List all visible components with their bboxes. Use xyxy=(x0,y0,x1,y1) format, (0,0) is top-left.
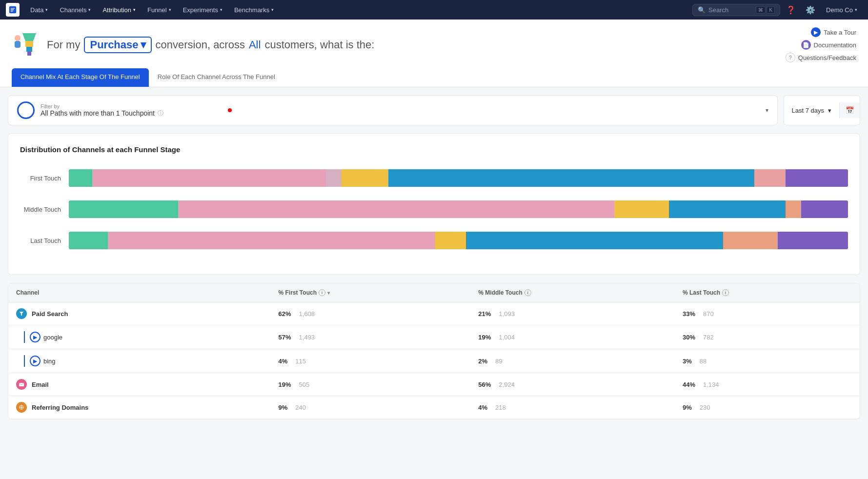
td-last-touch-referring-domains: 9% 230 xyxy=(675,396,860,419)
keyboard-shortcut-k: K xyxy=(767,6,775,14)
td-middle-touch-referring-domains: 4% 218 xyxy=(470,396,675,419)
channel-name-paid-search: Paid Search xyxy=(32,310,68,318)
bar-segment xyxy=(801,200,848,218)
chevron-down-icon: ▾ xyxy=(271,7,274,12)
chart-title: Distribution of Channels at each Funnel … xyxy=(20,145,848,154)
info-icon: i xyxy=(525,289,531,296)
th-channel: Channel xyxy=(8,283,271,302)
bar-segment xyxy=(786,169,848,187)
nav-funnel[interactable]: Funnel ▾ xyxy=(142,4,176,16)
tab-channel-role[interactable]: Role Of Each Channel Across The Funnel xyxy=(149,68,284,87)
td-first-touch-referring-domains: 9% 240 xyxy=(271,396,471,419)
tab-channel-mix[interactable]: Channel Mix At Each Stage Of The Funnel xyxy=(12,68,149,87)
chevron-down-icon: ▾ xyxy=(220,7,222,12)
search-input[interactable]: 🔍 Search ⌘ K xyxy=(692,4,780,16)
svg-rect-6 xyxy=(27,52,31,56)
bar-row-last-touch: Last Touch xyxy=(20,232,848,249)
bar-label-middle-touch: Middle Touch xyxy=(20,206,69,213)
td-first-touch-paid-search: 62% 1,608 xyxy=(271,302,471,325)
chevron-down-icon: ▾ xyxy=(141,39,146,51)
header-actions: ▶ Take a Tour 📄 Documentation ? Question… xyxy=(786,27,856,62)
bar-segment xyxy=(178,200,614,218)
filter-bar: Filter by All Paths with more than 1 Tou… xyxy=(8,95,778,125)
calendar-button[interactable]: 📅 xyxy=(839,102,860,118)
question-icon: ? xyxy=(786,53,795,62)
svg-point-1 xyxy=(15,35,20,41)
filter-info-icon: ⓘ xyxy=(158,109,163,118)
user-menu[interactable]: Demo Co ▾ xyxy=(821,4,862,16)
bar-track-middle-touch xyxy=(69,200,848,218)
channel-name-bing: bing xyxy=(43,358,56,365)
nav-data[interactable]: Data ▾ xyxy=(25,4,53,16)
nav-experiments[interactable]: Experiments ▾ xyxy=(178,4,227,16)
td-last-touch-paid-search: 33% 870 xyxy=(675,302,860,325)
bar-segment xyxy=(754,169,786,187)
table-row-google: ▶ google 57% 1,493 xyxy=(8,325,860,349)
td-channel-email: Email xyxy=(8,373,271,396)
channel-name-referring-domains: Referring Domains xyxy=(32,404,88,411)
td-middle-touch-email: 56% 2,924 xyxy=(470,373,675,396)
bar-segment xyxy=(669,200,786,218)
channel-name-google: google xyxy=(43,334,62,341)
nav-attribution[interactable]: Attribution ▾ xyxy=(98,4,141,16)
app-logo[interactable] xyxy=(6,3,20,17)
chevron-down-icon: ▾ xyxy=(828,107,831,114)
td-first-touch-bing: 4% 115 xyxy=(271,349,471,373)
table-row-email: Email 19% 505 56% 2,924 xyxy=(8,373,860,396)
bar-track-last-touch xyxy=(69,232,848,249)
bar-segment xyxy=(92,169,326,187)
stacked-bar-chart: First Touch Middle Touch xyxy=(20,169,848,249)
channel-icon-bing: ▶ xyxy=(30,356,40,366)
doc-icon: 📄 xyxy=(801,40,811,50)
indent-line xyxy=(24,355,25,367)
chevron-down-icon: ▾ xyxy=(169,7,171,12)
data-table-section: Channel % First Touch i ▾ % Middle Touch xyxy=(8,283,860,419)
chevron-down-icon: ▾ xyxy=(88,7,91,12)
settings-button[interactable]: ⚙️ xyxy=(802,3,819,17)
filter-alert-dot xyxy=(228,108,232,112)
page-header: For my Purchase ▾ conversion, across All… xyxy=(0,20,868,87)
help-button[interactable]: ❓ xyxy=(782,3,800,17)
nav-benchmarks[interactable]: Benchmarks ▾ xyxy=(229,4,279,16)
filter-expand-icon[interactable]: ▾ xyxy=(766,107,768,114)
sort-icon[interactable]: ▾ xyxy=(327,290,330,296)
take-tour-link[interactable]: ▶ Take a Tour xyxy=(811,27,856,37)
main-content: Distribution of Channels at each Funnel … xyxy=(8,133,860,419)
bar-segment xyxy=(786,200,801,218)
bar-segment xyxy=(342,169,388,187)
indent-line xyxy=(24,331,25,343)
filter-text: Filter by All Paths with more than 1 Tou… xyxy=(40,103,163,118)
bar-segment xyxy=(778,232,848,249)
td-channel-referring-domains: Referring Domains xyxy=(8,396,271,419)
documentation-link[interactable]: 📄 Documentation xyxy=(801,40,856,50)
nav-channels[interactable]: Channels ▾ xyxy=(55,4,96,16)
bar-segment xyxy=(614,200,669,218)
bar-row-first-touch: First Touch xyxy=(20,169,848,187)
page-sentence: For my Purchase ▾ conversion, across All… xyxy=(47,37,374,53)
table-row-referring-domains: Referring Domains 9% 240 4% 218 xyxy=(8,396,860,419)
bar-segment xyxy=(435,232,466,249)
feedback-link[interactable]: ? Questions/Feedback xyxy=(786,53,856,62)
funnel-illustration xyxy=(12,29,39,60)
bar-segment xyxy=(69,232,108,249)
chevron-down-icon: ▾ xyxy=(855,7,857,12)
info-icon: i xyxy=(319,289,325,296)
channel-icon-email xyxy=(16,379,27,390)
td-middle-touch-google: 19% 1,004 xyxy=(470,325,675,349)
keyboard-shortcut-cmd: ⌘ xyxy=(756,6,766,14)
info-icon: i xyxy=(722,289,729,296)
svg-rect-2 xyxy=(15,41,20,48)
th-last-touch: % Last Touch i xyxy=(675,283,860,302)
svg-marker-3 xyxy=(22,33,36,41)
th-middle-touch: % Middle Touch i xyxy=(470,283,675,302)
bar-label-first-touch: First Touch xyxy=(20,175,69,182)
table-header-row: Channel % First Touch i ▾ % Middle Touch xyxy=(8,283,860,302)
td-channel-bing: ▶ bing xyxy=(8,349,271,373)
date-select-dropdown[interactable]: Last 7 days ▾ xyxy=(784,103,840,118)
channel-table: Channel % First Touch i ▾ % Middle Touch xyxy=(8,283,860,419)
date-picker[interactable]: Last 7 days ▾ 📅 xyxy=(784,95,861,125)
bar-row-middle-touch: Middle Touch xyxy=(20,200,848,218)
purchase-dropdown[interactable]: Purchase ▾ xyxy=(84,37,151,53)
td-last-touch-email: 44% 1,134 xyxy=(675,373,860,396)
th-first-touch: % First Touch i ▾ xyxy=(271,283,471,302)
